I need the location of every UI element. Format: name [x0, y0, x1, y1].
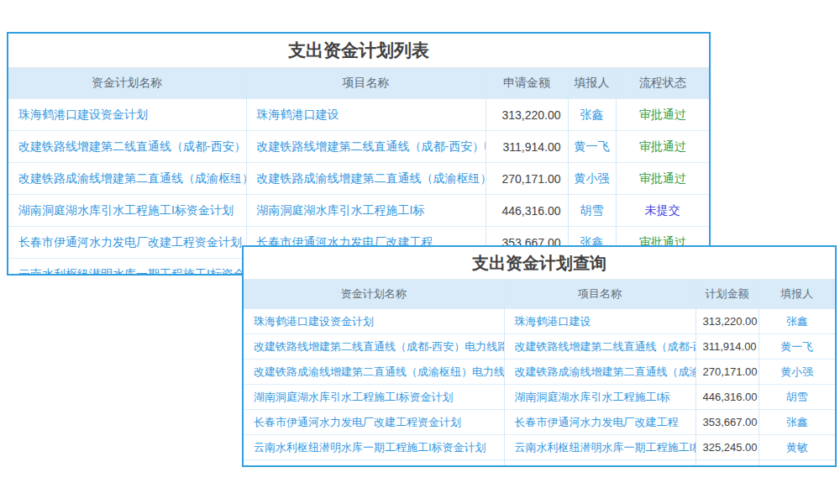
column-header-request-amount: 申请金额	[486, 68, 568, 99]
plan-name-cell[interactable]: 广州市天河区统计局机房改造项目资金计划	[244, 460, 504, 468]
amount-cell: 446,316.00	[696, 385, 759, 410]
plan-list-window: 支出资金计划列表 资金计划名称 项目名称 申请金额 填报人 流程状态 珠海鹤港口…	[7, 32, 711, 276]
table-row[interactable]: 湖南洞庭湖水库引水工程施工I标资金计划 湖南洞庭湖水库引水工程施工I标 446,…	[8, 195, 709, 227]
table-header-row: 资金计划名称 项目名称 计划金额 填报人	[244, 280, 835, 309]
amount-cell: 311,914.00	[696, 334, 759, 360]
status-cell: 未提交	[616, 195, 709, 227]
amount-cell: 270,171.00	[696, 360, 759, 385]
amount-cell: 446,316.00	[486, 195, 568, 227]
amount-cell: 247,825.00	[696, 460, 759, 468]
project-name-cell[interactable]: 湖南洞庭湖水库引水工程施工I标	[246, 195, 486, 227]
reporter-cell[interactable]: 张鑫	[759, 410, 835, 435]
column-header-project-name: 项目名称	[504, 280, 696, 309]
table-row[interactable]: 珠海鹤港口建设资金计划 珠海鹤港口建设 313,220.00 张鑫 审批通过	[8, 99, 709, 131]
reporter-cell[interactable]: 黄一飞	[759, 334, 835, 360]
project-name-cell[interactable]: 广州市天河区统计局机房改造项目	[504, 460, 696, 468]
plan-name-cell[interactable]: 改建铁路线增建第二线直通线（成都-西安）电力线路迁	[244, 334, 504, 360]
reporter-cell[interactable]: 胡雪	[759, 385, 835, 410]
plan-name-cell[interactable]: 长春市伊通河水力发电厂改建工程资金计划	[8, 227, 246, 259]
plan-name-cell[interactable]: 改建铁路成渝线增建第二直通线（成渝枢纽）...	[8, 163, 246, 195]
reporter-cell[interactable]: 胡雪	[568, 195, 616, 227]
table-row[interactable]: 改建铁路成渝线增建第二直通线（成渝枢纽）电力线路迁 改建铁路成渝线增建第二直通线…	[244, 360, 835, 385]
column-header-flow-status: 流程状态	[616, 68, 709, 99]
column-header-plan-name: 资金计划名称	[8, 68, 246, 99]
amount-cell: 353,667.00	[696, 410, 759, 435]
amount-cell: 313,220.00	[696, 309, 759, 334]
column-header-reporter: 填报人	[759, 280, 835, 309]
table-row[interactable]: 改建铁路线增建第二线直通线（成都-西安）电... 改建铁路线增建第二线直通线（成…	[8, 131, 709, 163]
plan-name-cell[interactable]: 珠海鹤港口建设资金计划	[244, 309, 504, 334]
plan-query-header: 资金计划名称 项目名称 计划金额 填报人	[244, 280, 835, 309]
amount-cell: 313,220.00	[486, 99, 568, 131]
project-name-cell[interactable]: 改建铁路成渝线增建第二直通线（成渝枢纽）...	[246, 163, 486, 195]
amount-cell: 325,245.00	[696, 435, 759, 460]
plan-name-cell[interactable]: 湖南洞庭湖水库引水工程施工I标资金计划	[8, 195, 246, 227]
project-name-cell[interactable]: 长春市伊通河水力发电厂改建工程	[504, 410, 696, 435]
table-row[interactable]: 湖南洞庭湖水库引水工程施工I标资金计划 湖南洞庭湖水库引水工程施工I标 446,…	[244, 385, 835, 410]
table-row[interactable]: 改建铁路线增建第二线直通线（成都-西安）电力线路迁 改建铁路线增建第二线直通线（…	[244, 334, 835, 360]
amount-cell: 270,171.00	[486, 163, 568, 195]
table-row[interactable]: 云南水利枢纽潜明水库一期工程施工I标资金计划 云南水利枢纽潜明水库一期工程施工I…	[244, 435, 835, 460]
plan-name-cell[interactable]: 湖南洞庭湖水库引水工程施工I标资金计划	[244, 385, 504, 410]
status-cell: 审批通过	[616, 131, 709, 163]
plan-list-title: 支出资金计划列表	[8, 34, 709, 68]
table-header-row: 资金计划名称 项目名称 申请金额 填报人 流程状态	[8, 68, 709, 99]
project-name-cell[interactable]: 珠海鹤港口建设	[504, 309, 696, 334]
table-row[interactable]: 珠海鹤港口建设资金计划 珠海鹤港口建设 313,220.00 张鑫	[244, 309, 835, 334]
plan-list-table: 资金计划名称 项目名称 申请金额 填报人 流程状态 珠海鹤港口建设资金计划 珠海…	[8, 68, 709, 276]
project-name-cell[interactable]: 改建铁路线增建第二线直通线（成都-西安	[504, 334, 696, 360]
project-name-cell[interactable]: 改建铁路成渝线增建第二直通线（成渝枢	[504, 360, 696, 385]
plan-query-window: 支出资金计划查询 资金计划名称 项目名称 计划金额 填报人 珠海鹤港口建设资金计…	[242, 245, 837, 467]
project-name-cell[interactable]: 珠海鹤港口建设	[246, 99, 486, 131]
plan-name-cell[interactable]: 改建铁路成渝线增建第二直通线（成渝枢纽）电力线路迁	[244, 360, 504, 385]
reporter-cell[interactable]: 马东	[759, 460, 835, 468]
table-row[interactable]: 改建铁路成渝线增建第二直通线（成渝枢纽）... 改建铁路成渝线增建第二直通线（成…	[8, 163, 709, 195]
reporter-cell[interactable]: 黄小强	[759, 360, 835, 385]
status-cell: 审批通过	[616, 99, 709, 131]
project-name-cell[interactable]: 湖南洞庭湖水库引水工程施工I标	[504, 385, 696, 410]
plan-query-title: 支出资金计划查询	[244, 247, 835, 280]
plan-name-cell[interactable]: 改建铁路线增建第二线直通线（成都-西安）电...	[8, 131, 246, 163]
reporter-cell[interactable]: 黄小强	[568, 163, 616, 195]
plan-query-body: 珠海鹤港口建设资金计划 珠海鹤港口建设 313,220.00 张鑫 改建铁路线增…	[244, 309, 835, 468]
project-name-cell[interactable]: 改建铁路线增建第二线直通线（成都-西安）电...	[246, 131, 486, 163]
reporter-cell[interactable]: 黄敏	[759, 435, 835, 460]
column-header-project-name: 项目名称	[246, 68, 486, 99]
table-row[interactable]: 广州市天河区统计局机房改造项目资金计划 广州市天河区统计局机房改造项目 247,…	[244, 460, 835, 468]
project-name-cell[interactable]: 云南水利枢纽潜明水库一期工程施工I标	[504, 435, 696, 460]
plan-name-cell[interactable]: 长春市伊通河水力发电厂改建工程资金计划	[244, 410, 504, 435]
plan-list-header: 资金计划名称 项目名称 申请金额 填报人 流程状态	[8, 68, 709, 99]
status-cell: 审批通过	[616, 163, 709, 195]
reporter-cell[interactable]: 黄一飞	[568, 131, 616, 163]
page: { "colors": { "panel_border": "#2f9fe0",…	[0, 0, 840, 504]
reporter-cell[interactable]: 张鑫	[568, 99, 616, 131]
table-row[interactable]: 长春市伊通河水力发电厂改建工程资金计划 长春市伊通河水力发电厂改建工程 353,…	[244, 410, 835, 435]
amount-cell: 311,914.00	[486, 131, 568, 163]
column-header-plan-amount: 计划金额	[696, 280, 759, 309]
plan-name-cell[interactable]: 珠海鹤港口建设资金计划	[8, 99, 246, 131]
column-header-plan-name: 资金计划名称	[244, 280, 504, 309]
plan-name-cell[interactable]: 云南水利枢纽潜明水库一期工程施工I标资金计划	[244, 435, 504, 460]
reporter-cell[interactable]: 张鑫	[759, 309, 835, 334]
plan-query-table: 资金计划名称 项目名称 计划金额 填报人 珠海鹤港口建设资金计划 珠海鹤港口建设…	[244, 280, 835, 467]
plan-name-cell[interactable]: 云南水利枢纽潜明水库一期工程施工I标资金计划	[8, 259, 246, 276]
column-header-reporter: 填报人	[568, 68, 616, 99]
